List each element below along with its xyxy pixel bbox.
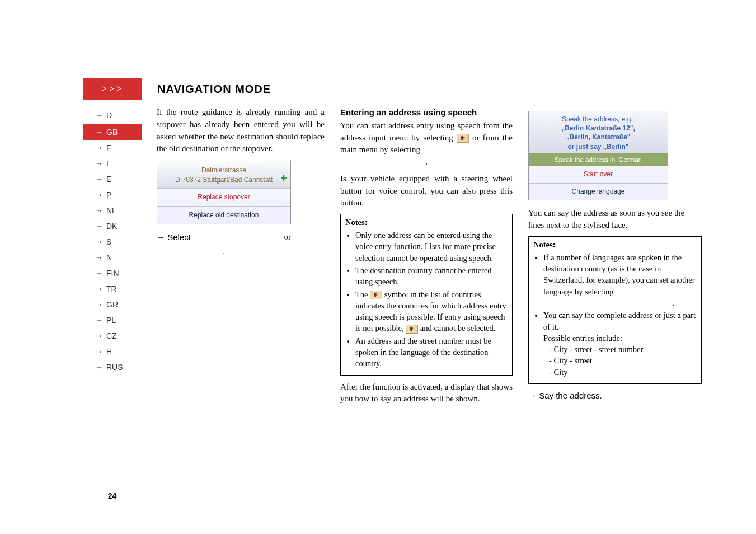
note2-text: You can say the complete address or just… (543, 311, 696, 331)
sidebar-label: PL (106, 316, 116, 325)
select-or: or (284, 231, 292, 243)
note-item: The destination country cannot be entere… (355, 265, 508, 288)
sidebar-label: FIN (106, 269, 119, 278)
note1-period: . (543, 297, 697, 308)
column-1: If the route guidance is already running… (157, 106, 325, 410)
p1c-period: . (340, 156, 513, 168)
sidebar-item-cz[interactable]: →CZ (83, 328, 142, 344)
screenshot-address-line2: D-70372 Stuttgart/Bad Cannstatt (162, 175, 286, 185)
screenshot-option-replace-stopover: Replace stopover (157, 188, 290, 206)
notes-title: Notes: (533, 239, 697, 251)
sidebar-label: N (106, 253, 112, 262)
col1-select-line: → Select or (157, 231, 291, 243)
col2-p1: You can start address entry using speech… (340, 120, 513, 168)
page-header: >>> NAVIGATION MODE (83, 78, 271, 100)
note-item: The 🗣︎ symbol in the list of countries i… (355, 289, 508, 334)
sidebar-label: H (106, 347, 112, 356)
sidebar-item-gb[interactable]: →GB (83, 124, 142, 140)
screenshot-address-line1: Daimlerstrasse (162, 166, 286, 175)
select-prefix: → Select (157, 231, 191, 243)
sidebar-label: F (106, 143, 111, 152)
note-item: If a number of languages are spoken in t… (543, 252, 697, 308)
column-3: Speak the address, e.g.: „Berlin Kantstr… (528, 106, 702, 410)
note2b-text: Possible entries include: (543, 334, 622, 343)
page: >>> NAVIGATION MODE →D →GB →F →I →E →P →… (0, 0, 756, 534)
notes-list: Only one address can be entered using th… (345, 229, 508, 369)
screenshot2-prompt: Speak the address, e.g.: „Berlin Kantstr… (529, 111, 668, 153)
sidebar-label: P (106, 190, 111, 199)
language-sidebar: →D →GB →F →I →E →P →NL →DK →S →N →FIN →T… (83, 106, 142, 375)
column-2: Entering an address using speech You can… (340, 106, 513, 410)
col1-device-screenshot: Daimlerstrasse D-70372 Stuttgart/Bad Can… (157, 160, 291, 224)
screenshot2-opt-changelang: Change language (529, 183, 668, 200)
sidebar-label: NL (106, 206, 116, 215)
col1-intro: If the route guidance is already running… (157, 106, 325, 155)
sub2: - City - street (549, 355, 697, 366)
notes-title: Notes: (345, 217, 508, 228)
note-item: You can say the complete address or just… (543, 310, 697, 378)
sidebar-item-gr[interactable]: →GR (83, 297, 142, 312)
col2-notes-box: Notes: Only one address can be entered u… (340, 214, 513, 376)
col3-device-screenshot: Speak the address, e.g.: „Berlin Kantstr… (528, 111, 668, 200)
note3c: and (420, 324, 434, 332)
sidebar-item-tr[interactable]: →TR (83, 281, 142, 297)
sidebar-label: S (106, 237, 111, 246)
plus-icon: + (280, 170, 287, 186)
sidebar-item-d[interactable]: →D (83, 106, 142, 124)
speech-country-icon: 🗣︎ (370, 291, 382, 299)
note-item: Only one address can be entered using th… (355, 229, 508, 264)
sidebar-item-rus[interactable]: →RUS (83, 359, 142, 375)
header-arrows-badge: >>> (83, 78, 142, 100)
sidebar-item-dk[interactable]: →DK (83, 218, 142, 234)
sub3: - City (549, 367, 697, 378)
col3-say: → Say the address. (528, 390, 702, 402)
sidebar-label: TR (106, 284, 117, 293)
sidebar-item-i[interactable]: →I (83, 156, 142, 171)
ss2-line2: „Berlin Kantstraße 12", (533, 124, 663, 133)
sidebar-label: GR (106, 300, 118, 309)
ss2-line1: Speak the address, e.g.: (533, 115, 663, 124)
col2-after: After the function is activated, a displ… (340, 381, 513, 406)
page-number: 24 (83, 491, 142, 500)
note1-text: If a number of languages are spoken in t… (543, 253, 695, 296)
ss2-line4: or just say „Berlin" (533, 142, 663, 151)
note-item: An address and the street number must be… (355, 335, 508, 369)
sidebar-item-n[interactable]: →N (83, 250, 142, 265)
sidebar-label: E (106, 175, 111, 184)
section-title: NAVIGATION MODE (157, 83, 271, 96)
col2-p2: Is your vehicle equipped with a steering… (340, 173, 513, 209)
sub1: - City - street - street number (549, 344, 697, 355)
speech-icon: 🗣︎ (406, 325, 418, 334)
speech-icon: 🗣︎ (457, 134, 469, 143)
sidebar-item-e[interactable]: →E (83, 171, 142, 187)
screenshot-header: Daimlerstrasse D-70372 Stuttgart/Bad Can… (157, 160, 290, 188)
screenshot2-greenbar: Speak the address in: German (529, 153, 668, 166)
screenshot2-opt-startover: Start over (529, 166, 668, 182)
content: If the route guidance is already running… (157, 106, 689, 410)
sidebar-label: GB (106, 128, 118, 137)
sidebar-label: I (106, 159, 109, 168)
sidebar-item-p[interactable]: →P (83, 187, 142, 203)
ss2-line3: „Berlin, Kantstraße" (533, 133, 663, 142)
sidebar-label: CZ (106, 331, 117, 340)
sidebar-item-h[interactable]: →H (83, 344, 142, 359)
sidebar-item-f[interactable]: →F (83, 140, 142, 156)
sidebar-item-s[interactable]: →S (83, 234, 142, 250)
sidebar-label: RUS (106, 363, 123, 372)
col2-heading: Entering an address using speech (340, 106, 513, 119)
note3d: cannot be selected. (434, 324, 495, 332)
sidebar-item-nl[interactable]: →NL (83, 203, 142, 218)
note3a: The (355, 290, 370, 299)
col3-p1: You can say the address as soon as you s… (528, 207, 702, 232)
col3-notes-box: Notes: If a number of languages are spok… (528, 236, 702, 384)
screenshot-option-replace-destination: Replace old destination (157, 206, 290, 224)
sidebar-item-fin[interactable]: →FIN (83, 265, 142, 281)
sidebar-label: D (106, 111, 112, 120)
select-period: . (157, 246, 291, 258)
sidebar-label: DK (106, 222, 117, 231)
sidebar-item-pl[interactable]: →PL (83, 312, 142, 328)
notes-list: If a number of languages are spoken in t… (533, 252, 697, 378)
